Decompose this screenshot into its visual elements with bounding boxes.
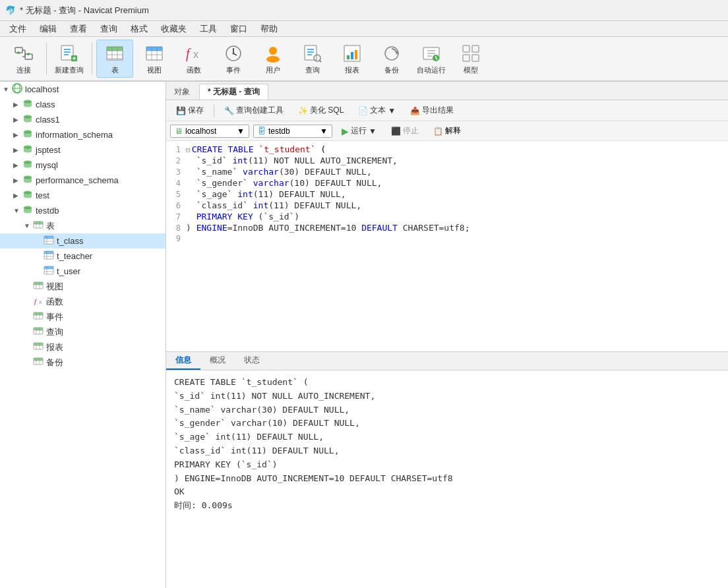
tree-item-localhost[interactable]: ▼localhost: [0, 82, 166, 97]
user-icon: [262, 43, 284, 64]
tree-arrow-class: ▶: [13, 101, 22, 108]
export-button[interactable]: 📤 导出结果: [404, 103, 460, 118]
info-tab-状态[interactable]: 状态: [235, 352, 269, 370]
tree-item-views-group[interactable]: 视图: [0, 279, 166, 294]
build-button[interactable]: 🔧 查询创建工具: [218, 103, 289, 118]
tree-item-class[interactable]: ▶class: [0, 97, 166, 112]
tree-item-testdb[interactable]: ▼testdb: [0, 203, 166, 218]
t_user-label: t_user: [57, 266, 80, 276]
sql-editor[interactable]: 1⊟CREATE TABLE `t_student` (2 `s_id` int…: [166, 141, 728, 352]
tree-item-performance_schema[interactable]: ▶performance_schema: [0, 173, 166, 188]
menu-item-编辑[interactable]: 编辑: [33, 22, 63, 36]
tree-arrow-performance_schema: ▶: [13, 177, 22, 184]
toolbar-btn-connect[interactable]: 连接: [5, 40, 42, 78]
localhost-label: localhost: [25, 84, 59, 94]
menu-item-窗口[interactable]: 窗口: [224, 22, 254, 36]
stop-button[interactable]: ⬛ 停止: [386, 124, 424, 138]
toolbar: 连接新建查询表视图fx函数事件用户查询报表备份自动运行模型: [0, 37, 728, 82]
beautify-icon: ✨: [298, 106, 308, 115]
run-button[interactable]: ▶ 运行 ▼: [336, 124, 382, 138]
model-icon: [460, 43, 481, 64]
t_class-label: t_class: [57, 236, 83, 246]
save-button[interactable]: 💾 保存: [170, 103, 210, 118]
tab-objects[interactable]: 对象: [166, 84, 198, 100]
tree-item-information_schema[interactable]: ▶information_schema: [0, 127, 166, 142]
menu-item-文件[interactable]: 文件: [3, 22, 33, 36]
line-content-2: `s_id` int(11) NOT NULL AUTO_INCREMENT,: [186, 156, 728, 165]
menu-item-收藏夹[interactable]: 收藏夹: [154, 22, 193, 36]
svg-rect-115: [34, 358, 43, 361]
toolbar-btn-view[interactable]: 视图: [136, 40, 173, 78]
line-num-1: 1: [166, 145, 186, 154]
beautify-button[interactable]: ✨ 美化 SQL: [292, 103, 349, 118]
t_teacher-icon: [44, 250, 54, 262]
tables-group-label: 表: [46, 220, 55, 232]
info-tab-信息[interactable]: 信息: [166, 352, 200, 370]
sql-line-3: 3 `s_name` varchar(30) DEFAULT NULL,: [166, 166, 728, 177]
line-content-3: `s_name` varchar(30) DEFAULT NULL,: [186, 167, 728, 177]
info-line-4: `s_age` int(11) DEFAULT NULL,: [174, 430, 720, 444]
events-group-icon: [33, 310, 44, 323]
info-line-3: `s_gender` varchar(10) DEFAULT NULL,: [174, 417, 720, 430]
toolbar-btn-function[interactable]: fx函数: [175, 40, 212, 78]
svg-rect-110: [34, 343, 43, 345]
menu-item-工具[interactable]: 工具: [193, 22, 224, 36]
tree-item-funcs-group[interactable]: fx函数: [0, 294, 166, 309]
toolbar-btn-autorun[interactable]: 自动运行: [413, 40, 450, 78]
tree-item-test[interactable]: ▶test: [0, 188, 166, 203]
menu-item-查看[interactable]: 查看: [63, 22, 94, 36]
text-button[interactable]: 📄 文本 ▼: [352, 103, 402, 118]
t_teacher-label: t_teacher: [57, 251, 92, 261]
tree-item-class1[interactable]: ▶class1: [0, 112, 166, 127]
tree-item-backups-group[interactable]: 备份: [0, 355, 166, 370]
host-selector[interactable]: 🖥 localhost ▼: [170, 125, 249, 138]
svg-rect-43: [351, 52, 353, 59]
svg-rect-35: [305, 45, 317, 60]
toolbar-btn-event[interactable]: 事件: [215, 40, 252, 78]
info-line-2: `s_name` varchar(30) DEFAULT NULL,: [174, 403, 720, 417]
toolbar-btn-new-query[interactable]: 新建查询: [51, 40, 88, 78]
tree-item-events-group[interactable]: 事件: [0, 309, 166, 324]
toolbar-btn-query[interactable]: 查询: [294, 40, 331, 78]
backup-icon: [381, 43, 402, 64]
query-label: 查询: [305, 65, 320, 75]
toolbar-btn-model[interactable]: 模型: [452, 40, 489, 78]
app-icon: 🐬: [5, 5, 16, 16]
db-selector[interactable]: 🗄 testdb ▼: [253, 125, 332, 138]
svg-text:x: x: [193, 49, 198, 60]
mysql-label: mysql: [36, 160, 58, 170]
toolbar-btn-table[interactable]: 表: [96, 40, 133, 78]
text-dropdown-icon: ▼: [388, 106, 396, 115]
info-tab-概况[interactable]: 概况: [200, 352, 235, 370]
toolbar-btn-backup[interactable]: 备份: [373, 40, 410, 78]
menu-item-格式[interactable]: 格式: [124, 22, 154, 36]
tab-query[interactable]: * 无标题 - 查询: [199, 84, 268, 100]
stop-icon: ⬛: [391, 127, 401, 136]
toolbar-btn-report[interactable]: 报表: [334, 40, 371, 78]
event-icon: [223, 43, 244, 64]
info-panel: 信息概况状态 CREATE TABLE `t_student` ( `s_id`…: [166, 352, 728, 588]
tree-item-queries-group[interactable]: 查询: [0, 324, 166, 339]
tree-item-tables-group[interactable]: ▼表: [0, 218, 166, 233]
export-label: 导出结果: [422, 105, 454, 116]
beautify-label: 美化 SQL: [310, 105, 344, 116]
save-icon: 💾: [176, 106, 186, 115]
toolbar-separator-2: [92, 42, 92, 75]
tree-item-mysql[interactable]: ▶mysql: [0, 158, 166, 173]
menu-item-帮助[interactable]: 帮助: [254, 22, 284, 36]
svg-rect-100: [34, 312, 43, 315]
tree-item-jsptest[interactable]: ▶jsptest: [0, 142, 166, 158]
t_class-icon: [44, 235, 54, 247]
menu-item-查询[interactable]: 查询: [94, 22, 124, 36]
tree-item-t_teacher[interactable]: t_teacher: [0, 249, 166, 264]
svg-point-32: [233, 52, 235, 54]
tree-item-t_user[interactable]: t_user: [0, 264, 166, 279]
line-num-8: 8: [166, 223, 186, 233]
explain-button[interactable]: 📋 解释: [428, 124, 466, 138]
svg-rect-73: [34, 221, 43, 224]
toolbar-btn-user[interactable]: 用户: [255, 40, 291, 78]
tree-item-t_class[interactable]: t_class: [0, 233, 166, 249]
line-content-1: ⊟CREATE TABLE `t_student` (: [186, 144, 728, 154]
table-icon: [104, 43, 125, 64]
tree-item-reports-group[interactable]: 报表: [0, 339, 166, 355]
